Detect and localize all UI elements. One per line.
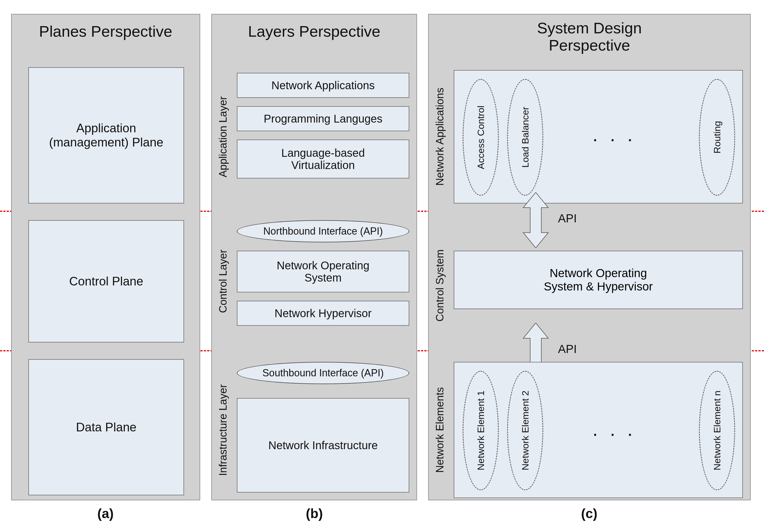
api-label-bottom: API [558, 342, 577, 356]
column-planes: Planes Perspective Application(managemen… [11, 14, 200, 500]
language-virtualization-box: Language-basedVirtualization [237, 139, 409, 178]
control-system-vlabel: Control System [433, 229, 447, 342]
northbound-api-label: Northbound Interface (API) [263, 226, 383, 237]
southbound-api-label: Southbound Interface (API) [263, 367, 384, 379]
infrastructure-layer-vlabel: Infrastructure Layer [216, 362, 230, 498]
network-infrastructure-box: Network Infrastructure [237, 398, 409, 492]
load-balancer-label: Load Balancer [520, 107, 531, 168]
routing-ellipse: Routing [699, 79, 735, 196]
nos-hypervisor-label: Network OperatingSystem & Hypervisor [544, 266, 653, 293]
column-a-sublabel: (a) [97, 506, 114, 521]
column-b-sublabel: (b) [306, 506, 323, 521]
network-element-1-label: Network Element 1 [476, 391, 486, 470]
control-layer-vlabel: Control Layer [216, 220, 230, 342]
network-element-2-ellipse: Network Element 2 [507, 371, 543, 490]
diagram-canvas: Planes Perspective Application(managemen… [0, 0, 764, 532]
double-arrow-top [518, 192, 554, 248]
apps-ellipsis: . . . [593, 129, 637, 144]
network-element-n-ellipse: Network Element n [699, 371, 735, 490]
southbound-api-ellipse: Southbound Interface (API) [237, 362, 409, 384]
access-control-label: Access Control [476, 105, 486, 169]
network-infrastructure-label: Network Infrastructure [268, 439, 378, 451]
network-hypervisor-label: Network Hypervisor [275, 307, 372, 319]
routing-label: Routing [712, 121, 723, 153]
network-operating-system-label: Network OperatingSystem [277, 259, 369, 284]
language-virtualization-label: Language-basedVirtualization [282, 147, 365, 171]
northbound-api-ellipse: Northbound Interface (API) [237, 220, 409, 242]
control-plane-box: Control Plane [28, 220, 184, 342]
column-a-title: Planes Perspective [12, 23, 200, 40]
network-applications-label: Network Applications [271, 79, 374, 91]
load-balancer-ellipse: Load Balancer [507, 79, 543, 196]
network-element-n-label: Network Element n [712, 391, 723, 470]
network-hypervisor-box: Network Hypervisor [237, 301, 409, 326]
data-plane-box: Data Plane [28, 359, 184, 495]
network-applications-box: Network Applications [237, 73, 409, 98]
column-c-sublabel: (c) [581, 506, 598, 521]
column-layers: Layers Perspective Application Layer Net… [211, 14, 417, 500]
network-elements-panel: Network Element 1 Network Element 2 . . … [454, 362, 743, 498]
svg-marker-0 [523, 192, 548, 248]
data-plane-label: Data Plane [76, 420, 136, 435]
elements-ellipsis: . . . [593, 424, 637, 439]
network-element-2-label: Network Element 2 [520, 391, 531, 470]
access-control-ellipse: Access Control [463, 79, 499, 196]
network-element-1-ellipse: Network Element 1 [463, 371, 499, 490]
application-plane-box: Application(management) Plane [28, 67, 184, 204]
network-elements-vlabel: Network Elements [433, 362, 447, 498]
application-plane-label: Application(management) Plane [49, 121, 163, 149]
network-applications-panel: Access Control Load Balancer . . . Routi… [454, 70, 743, 204]
api-label-top: API [558, 212, 577, 225]
programming-languages-label: Programming Languges [264, 112, 383, 125]
control-plane-label: Control Plane [69, 274, 143, 288]
application-layer-vlabel: Application Layer [216, 73, 230, 201]
column-c-title: System DesignPerspective [429, 19, 750, 54]
nos-hypervisor-box: Network OperatingSystem & Hypervisor [454, 251, 743, 309]
network-operating-system-box: Network OperatingSystem [237, 251, 409, 292]
network-applications-vlabel: Network Applications [433, 70, 447, 204]
column-b-title: Layers Perspective [212, 23, 417, 40]
programming-languages-box: Programming Languges [237, 106, 409, 131]
column-system-design: System DesignPerspective Network Applica… [428, 14, 751, 500]
